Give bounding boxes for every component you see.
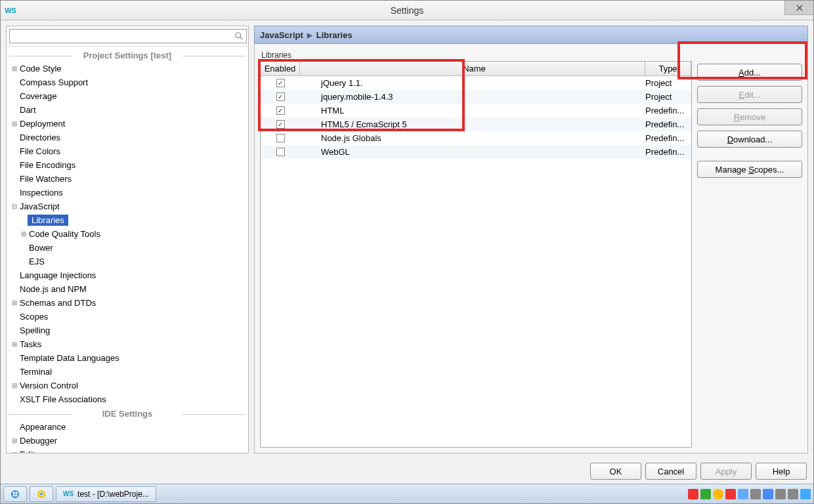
right-body: Libraries Enabled Name Type jQuery 1.1.P… — [254, 44, 808, 453]
tree-item[interactable]: ⊞Code Quality Tools — [7, 227, 248, 241]
table-row[interactable]: HTML5 / EcmaScript 5Predefin... — [261, 117, 691, 131]
enabled-checkbox[interactable] — [276, 120, 285, 129]
enabled-checkbox[interactable] — [276, 148, 285, 156]
table-row[interactable]: jquery.mobile-1.4.3Project — [261, 90, 691, 104]
tray-icon[interactable] — [713, 489, 723, 499]
enabled-checkbox[interactable] — [276, 106, 285, 115]
expand-icon[interactable]: ⊞ — [11, 437, 18, 444]
settings-window: WS Settings Project Settings [test]⊞Code… — [0, 0, 814, 504]
taskbar-label: test - [D:\webProje... — [77, 490, 149, 499]
tree-item[interactable]: Libraries — [7, 213, 248, 227]
tree-item[interactable]: Inspections — [7, 186, 248, 200]
col-enabled[interactable]: Enabled — [261, 62, 300, 75]
breadcrumb-item[interactable]: JavaScript — [260, 30, 303, 40]
remove-button[interactable]: Remove — [697, 108, 802, 125]
chevron-right-icon: ▶ — [307, 32, 312, 39]
enabled-checkbox[interactable] — [276, 93, 285, 101]
expand-icon[interactable]: ⊞ — [20, 230, 28, 238]
tray-icon[interactable] — [750, 489, 761, 499]
tree-item[interactable]: Coverage — [7, 89, 248, 103]
table-row[interactable]: jQuery 1.1.Project — [261, 76, 691, 90]
tree-item[interactable]: ⊞Version Control — [7, 379, 248, 392]
tree-item[interactable]: File Watchers — [7, 172, 248, 186]
svg-rect-4 — [15, 492, 17, 494]
tree-item-label: File Watchers — [18, 174, 73, 184]
library-type: Predefin... — [645, 133, 691, 143]
tree-item[interactable]: File Encodings — [7, 158, 248, 172]
tray-icon[interactable] — [800, 489, 811, 499]
tree-item[interactable]: Template Data Languages — [7, 351, 248, 365]
expand-icon[interactable]: ⊞ — [11, 382, 18, 389]
tray-volume-icon[interactable] — [725, 489, 736, 499]
close-button[interactable] — [784, 1, 813, 15]
expand-icon[interactable]: ⊞ — [11, 341, 18, 348]
tree-item-label: Compass Support — [18, 77, 89, 87]
tree-item[interactable]: Directories — [7, 131, 248, 144]
expand-icon[interactable]: ⊞ — [11, 120, 18, 127]
tray-icon[interactable] — [775, 489, 786, 499]
tree-item-label: Code Quality Tools — [28, 229, 102, 239]
apply-button[interactable]: Apply — [700, 463, 752, 480]
tray-icon[interactable] — [763, 489, 773, 499]
tree-item[interactable]: ⊞Debugger — [7, 434, 248, 448]
edit-button[interactable]: Edit... — [697, 86, 802, 103]
tree-item[interactable]: Node.js and NPM — [7, 282, 248, 296]
ok-button[interactable]: OK — [590, 463, 641, 480]
table-row[interactable]: WebGLPredefin... — [261, 145, 691, 159]
tree-item[interactable]: Terminal — [7, 365, 248, 379]
search-wrap — [7, 26, 248, 47]
section-header: Project Settings [test] — [7, 51, 248, 60]
tree-item[interactable]: Spelling — [7, 324, 248, 337]
manage-scopes-button[interactable]: Manage Scopes... — [697, 161, 802, 178]
tree-item[interactable]: Language Injections — [7, 268, 248, 282]
system-tray[interactable] — [688, 489, 811, 499]
tray-icon[interactable] — [688, 489, 698, 499]
expand-icon[interactable]: ⊞ — [11, 299, 18, 306]
tree-item[interactable]: ⊞Deployment — [7, 117, 248, 131]
enabled-checkbox[interactable] — [276, 79, 285, 87]
tray-icon[interactable] — [738, 489, 748, 499]
collapse-icon[interactable]: ⊟ — [11, 203, 18, 210]
table-header: Enabled Name Type — [261, 62, 691, 76]
tree-item[interactable]: Scopes — [7, 310, 248, 324]
tree-item[interactable]: ⊞Schemas and DTDs — [7, 296, 248, 310]
taskbar-chrome[interactable] — [30, 486, 53, 502]
tree-item-label: Libraries — [28, 215, 68, 226]
col-name[interactable]: Name — [300, 62, 645, 75]
library-type: Predefin... — [645, 147, 691, 157]
tree-item[interactable]: Dart — [7, 103, 248, 117]
tree-item[interactable]: Bower — [7, 241, 248, 255]
start-button[interactable] — [3, 486, 27, 502]
tree-item[interactable]: File Colors — [7, 144, 248, 158]
app-icon: WS — [5, 5, 16, 16]
settings-tree[interactable]: Project Settings [test]⊞Code StyleCompas… — [7, 47, 248, 453]
table-row[interactable]: HTMLPredefin... — [261, 104, 691, 117]
cancel-button[interactable]: Cancel — [645, 463, 696, 480]
tree-item[interactable]: ⊟JavaScript — [7, 200, 248, 213]
expand-icon[interactable]: ⊞ — [11, 451, 18, 453]
help-button[interactable]: Help — [756, 463, 807, 480]
tree-item[interactable]: ⊞Editor — [7, 448, 248, 453]
tree-item[interactable]: XSLT File Associations — [7, 392, 248, 406]
breadcrumb-item[interactable]: Libraries — [316, 30, 353, 40]
tray-icon[interactable] — [788, 489, 798, 499]
tray-icon[interactable] — [700, 489, 711, 499]
svg-rect-3 — [13, 492, 15, 494]
enabled-checkbox[interactable] — [276, 134, 285, 142]
table-row[interactable]: Node.js GlobalsPredefin... — [261, 131, 691, 145]
tree-item[interactable]: ⊞Code Style — [7, 62, 248, 75]
library-type: Project — [645, 92, 691, 102]
tree-item-label: File Encodings — [18, 160, 77, 170]
add-button[interactable]: Add... — [697, 64, 802, 81]
col-type[interactable]: Type — [645, 62, 691, 75]
tree-item-label: Directories — [18, 133, 62, 142]
tree-item[interactable]: ⊞Tasks — [7, 337, 248, 351]
tree-item[interactable]: Compass Support — [7, 75, 248, 89]
taskbar-webstorm[interactable]: WS test - [D:\webProje... — [56, 486, 156, 502]
tree-item[interactable]: EJS — [7, 255, 248, 268]
search-input[interactable] — [9, 29, 247, 43]
tree-item[interactable]: Appearance — [7, 420, 248, 434]
tree-item-label: Tasks — [18, 339, 43, 349]
expand-icon[interactable]: ⊞ — [11, 65, 18, 72]
download-button[interactable]: Download... — [697, 131, 802, 148]
